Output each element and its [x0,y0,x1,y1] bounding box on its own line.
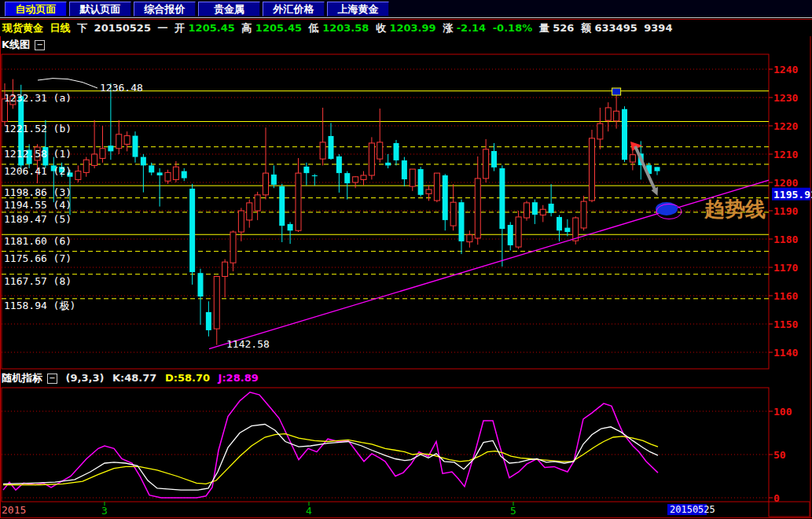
candle-body-up [361,175,366,179]
candle-body-down [508,225,513,245]
trendline-layer[interactable] [209,180,769,349]
level-label: 1198.86 (3) [4,186,72,198]
quote-bar: 现货黄金 日线 下 20150525 一 开 1205.45 高 1205.45… [2,21,809,35]
level-label: 1181.60 (6) [4,235,72,247]
chart-canvas[interactable]: 1232.31 (a)1221.52 (b)1212.58 (1)1206.41… [0,36,812,519]
minimize-icon[interactable]: − [35,40,45,50]
candle-body-up [540,209,546,215]
quote-weekday: 一 [158,22,168,34]
candle-body-up [590,138,595,201]
kline-title-text: K线图 [2,39,30,50]
candle-body-down [157,172,163,175]
candle-body-up [630,155,635,162]
y-axis-label: 1220 [773,120,798,132]
candle-body-down [655,167,660,171]
candle-body-up [597,123,603,139]
candle-body-down [108,145,113,151]
page-hint[interactable]: 下 [77,22,87,34]
y-axis-label: 1190 [773,205,798,217]
grid-lines [2,69,769,498]
level-label: 1158.94 (极) [4,300,75,311]
candle-body-down [549,204,554,213]
y-axis-label: 1240 [773,64,798,75]
candle-body-down [312,175,318,176]
kdj-d-value: D:58.70 [165,372,210,384]
candle-body-down [344,173,350,183]
candle-body-down [385,163,391,166]
last-date-tag: 20150525 [670,504,715,515]
candle-body-down [402,160,407,179]
kline-panel-title: K线图− [2,38,45,52]
candle-body-up [124,136,130,145]
volume-value: 526 [553,22,574,34]
level-label: 1189.47 (5) [4,213,72,225]
candle-body-up [247,203,252,220]
candle-body-up [426,190,432,193]
tab-quote-board[interactable]: 综合报价 [134,2,196,17]
candle-body-down [189,189,195,272]
tab-default-page[interactable]: 默认页面 [69,2,131,17]
tab-shanghai-gold[interactable]: 上海黄金 [327,2,389,17]
candle-body-up [263,173,269,195]
candle-body-up [434,173,439,201]
indicator-header: 随机指标− (9,3,3) K:48.77 D:58.70 J:28.89 [2,371,263,385]
minimize-icon[interactable]: − [47,374,57,384]
candle-body-up [475,179,480,238]
kdj-k-line [3,425,658,491]
high-value: 1205.45 [255,22,302,34]
candle-body-down [532,202,538,215]
level-label: 1167.57 (8) [4,275,72,287]
open-label: 开 [175,22,185,34]
y-axis-label: 1150 [773,318,798,330]
kdj-k-value: K:48.77 [112,372,156,384]
candle-body-down [499,168,505,229]
candle-body-up [516,217,521,247]
candle-body-down [206,312,211,330]
level-labels: 1232.31 (a)1221.52 (b)1212.58 (1)1206.41… [4,92,75,311]
candle-body-up [483,149,489,179]
separator-line [0,19,812,20]
candle-body-down [418,169,424,195]
candle-body-up [450,202,456,226]
open-interest-value: 9394 [644,22,672,34]
y-axis-label: 1170 [773,262,798,274]
candle-body-down [394,143,399,160]
y-axis-label: 1230 [773,92,798,104]
candle-body-up [581,201,586,228]
candle-body-down [279,186,285,226]
tab-auto-page[interactable]: 自动页面 [5,2,67,17]
projection-arrow-line [635,146,655,190]
candle-body-up [238,211,244,232]
candle-body-up [605,108,611,120]
month-label: 4 [306,505,312,517]
kdj-axis-label: 100 [773,406,792,418]
level-label: 1232.31 (a) [4,92,72,104]
candle-body-up [255,195,260,211]
tab-forex-prices[interactable]: 外汇价格 [263,2,325,17]
change-pct: -0.18% [493,22,533,34]
candle-body-up [100,149,105,159]
candle-body-up [467,235,472,242]
level-label: 1206.41 (2) [4,165,72,177]
kline-panel-border [2,54,769,369]
open-value: 1205.45 [189,22,235,34]
candle-body-up [296,173,301,230]
period-label[interactable]: 日线 [50,22,71,34]
candle-body-down [198,273,204,296]
candle-body-down [149,165,154,172]
candle-body-down [329,136,334,159]
candle-body-up [173,167,178,179]
trendline-label: 趋势线 [704,197,766,221]
trend-line[interactable] [209,180,769,349]
indicator-name: 随机指标 [2,372,42,384]
candle-body-down [182,171,187,179]
candle-body-down [443,175,448,220]
trading-terminal: { "tabs": { "items": [ {"label": "自动页面",… [0,0,812,519]
tab-precious-metals[interactable]: 贵金属 [198,2,260,17]
month-label: 3 [101,505,108,517]
low-price-label: 1142.58 [226,338,270,350]
candle-body-up [353,177,358,182]
symbol-name: 现货黄金 [2,22,43,34]
kdj-indicator-lines [3,392,658,498]
year-label: 2015 [2,504,26,516]
